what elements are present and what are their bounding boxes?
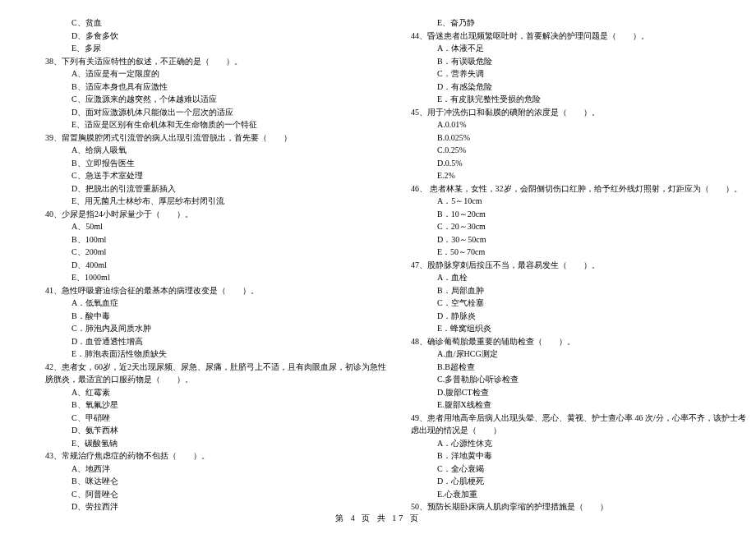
option-line: A、适应是有一定限度的 <box>45 67 386 81</box>
option-line: C．空气栓塞 <box>411 297 746 310</box>
option-line: D、多食多饮 <box>45 30 386 43</box>
option-line: A.0.01% <box>411 118 746 131</box>
question-line: 40、少尿是指24小时尿量少于（ ）。 <box>45 208 386 221</box>
option-line: A．体液不足 <box>411 42 746 55</box>
option-line: C．肺泡内及间质水肿 <box>45 322 386 335</box>
question-line: 虑出现的情况是（ ） <box>411 424 746 437</box>
option-line: D、氨苄西林 <box>45 424 386 437</box>
option-line: D.0.5% <box>411 157 746 170</box>
option-line: A、50ml <box>45 220 386 233</box>
option-line: D．静脉炎 <box>411 310 746 323</box>
option-line: B、100ml <box>45 233 386 246</box>
question-line: 50、预防长期卧床病人肌肉挛缩的护理措施是（ ） <box>411 500 746 513</box>
option-line: E．50～70cm <box>411 246 746 259</box>
question-line: 48、确诊葡萄胎最重要的辅助检查（ ）。 <box>411 335 746 348</box>
question-line: 38、下列有关适应特性的叙述，不正确的是（ ）。 <box>45 55 386 68</box>
option-line: A.血/尿HCG测定 <box>411 348 746 361</box>
question-line: 39、留置胸膜腔闭式引流管的病人出现引流管脱出，首先要（ ） <box>45 131 386 145</box>
two-column-layout: C、贫血D、多食多饮E、多尿38、下列有关适应特性的叙述，不正确的是（ ）。A、… <box>45 16 711 501</box>
option-line: E、适应是区别有生命机体和无生命物质的一个特征 <box>45 118 386 131</box>
option-line: C．20～30cm <box>411 220 746 233</box>
option-line: D、把脱出的引流管重新插入 <box>45 182 386 196</box>
option-line: C.0.25% <box>411 144 746 157</box>
option-line: D．血管通透性增高 <box>45 335 386 348</box>
option-line: A、给病人吸氧 <box>45 144 386 157</box>
option-line: C.多普勒胎心听诊检查 <box>411 373 746 386</box>
question-line: 44、昏迷患者出现频繁呕吐时，首要解决的护理问题是（ ）。 <box>411 30 746 43</box>
option-line: C、甲硝唑 <box>45 412 386 425</box>
option-line: A．血栓 <box>411 271 746 284</box>
option-line: B、立即报告医生 <box>45 157 386 170</box>
question-line: 47、股静脉穿刺后按压不当，最容易发生（ ）。 <box>411 259 746 272</box>
option-line: E、用无菌凡士林纱布、厚层纱布封闭引流 <box>45 195 386 208</box>
option-line: C、200ml <box>45 246 386 259</box>
page-footer: 第 4 页 共 17 页 <box>0 513 756 524</box>
question-line: 膀胱炎，最适宜的口服药物是（ ）。 <box>45 373 386 386</box>
question-line: 42、患者女，60岁，近2天出现尿频、尿急、尿痛，肚脐弓上不适，且有肉眼血尿，初… <box>45 361 386 374</box>
option-line: B、咪达唑仑 <box>45 475 386 488</box>
option-line: D、400ml <box>45 259 386 272</box>
option-line: E．蜂窝组织炎 <box>411 322 746 335</box>
option-line: E．肺泡表面活性物质缺失 <box>45 348 386 361</box>
option-line: C、阿普唑仑 <box>45 488 386 501</box>
option-line: C．营养失调 <box>411 67 746 81</box>
option-line: E.2% <box>411 169 746 182</box>
option-line: D．30～50cm <box>411 233 746 246</box>
option-line: D．心肌梗死 <box>411 475 746 488</box>
question-line: 43、常规治疗焦虑症的药物不包括（ ）。 <box>45 449 386 463</box>
right-column: E、奋乃静44、昏迷患者出现频繁呕吐时，首要解决的护理问题是（ ）。A．体液不足… <box>411 16 746 501</box>
option-line: B.B超检查 <box>411 361 746 374</box>
option-line: A、地西泮 <box>45 463 386 476</box>
option-line: D.腹部CT检查 <box>411 386 746 399</box>
option-line: C．全心衰竭 <box>411 463 746 476</box>
option-line: D、面对应激源机体只能做出一个层次的适应 <box>45 106 386 119</box>
option-line: E、奋乃静 <box>411 16 746 30</box>
option-line: B.0.025% <box>411 131 746 145</box>
option-line: B．局部血肿 <box>411 284 746 297</box>
option-line: E.心衰加重 <box>411 488 746 501</box>
option-line: C、急送手术室处理 <box>45 169 386 182</box>
option-line: E、1000ml <box>45 271 386 284</box>
option-line: E、多尿 <box>45 42 386 55</box>
option-line: E、碳酸氢钠 <box>45 437 386 450</box>
option-line: D．有感染危险 <box>411 81 746 94</box>
option-line: A．低氧血症 <box>45 297 386 310</box>
option-line: B．酸中毒 <box>45 310 386 323</box>
option-line: C、贫血 <box>45 16 386 30</box>
question-line: 41、急性呼吸窘迫综合征的最基本的病理改变是（ ）。 <box>45 284 386 297</box>
question-line: 49、患者用地高辛后病人出现头晕、恶心、黄视、护士查心率 46 次/分，心率不齐… <box>411 412 746 425</box>
option-line: B、氧氟沙星 <box>45 398 386 412</box>
question-line: 46、 患者林某，女性，32岁，会阴侧切伤口红肿，给予红外线灯照射，灯距应为（ … <box>411 182 746 196</box>
option-line: E.腹部X线检查 <box>411 398 746 412</box>
option-line: B、适应本身也具有应激性 <box>45 81 386 94</box>
option-line: A、红霉素 <box>45 386 386 399</box>
option-line: B．洋地黄中毒 <box>411 449 746 463</box>
option-line: B．有误吸危险 <box>411 55 746 68</box>
question-line: 45、用于冲洗伤口和黏膜的碘附的浓度是（ ）。 <box>411 106 746 119</box>
option-line: C、应激源来的越突然，个体越难以适应 <box>45 93 386 106</box>
option-line: E．有皮肤完整性受损的危险 <box>411 93 746 106</box>
option-line: D、劳拉西泮 <box>45 500 386 513</box>
option-line: A．5～10cm <box>411 195 746 208</box>
option-line: B．10～20cm <box>411 208 746 221</box>
left-column: C、贫血D、多食多饮E、多尿38、下列有关适应特性的叙述，不正确的是（ ）。A、… <box>45 16 386 501</box>
option-line: A．心源性休克 <box>411 437 746 450</box>
